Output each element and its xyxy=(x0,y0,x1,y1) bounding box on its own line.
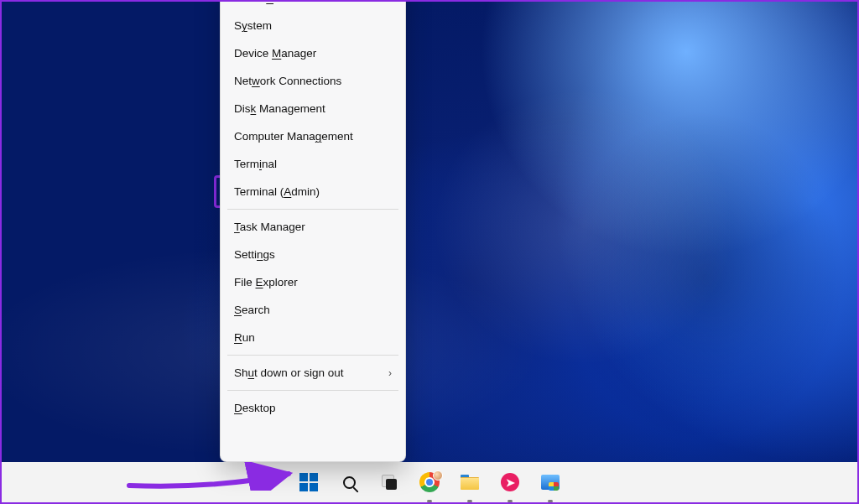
taskbar-task-view[interactable] xyxy=(372,465,406,499)
desktop-wallpaper xyxy=(2,2,857,502)
menu-item-label: Network Connections xyxy=(234,75,341,87)
menu-item-label: File Explorer xyxy=(234,276,298,288)
chevron-right-icon: › xyxy=(388,367,392,379)
menu-item-disk-management[interactable]: Disk Management xyxy=(224,95,402,122)
chrome-icon xyxy=(419,472,440,492)
menu-item-desktop[interactable]: Desktop xyxy=(224,394,402,422)
sharex-icon: ➤ xyxy=(501,473,519,491)
menu-item-task-manager[interactable]: Task Manager xyxy=(224,213,402,241)
menu-separator xyxy=(227,209,398,210)
menu-item-label: Computer Management xyxy=(234,130,353,143)
menu-item-label: Search xyxy=(234,304,270,316)
menu-item-device-manager[interactable]: Device Manager xyxy=(224,39,402,67)
running-indicator xyxy=(427,500,432,502)
winx-context-menu: Event ViewerSystemDevice ManagerNetwork … xyxy=(220,0,406,462)
start-icon xyxy=(299,473,318,491)
search-icon xyxy=(343,476,356,489)
menu-item-label: Shut down or sign out xyxy=(234,366,344,379)
taskbar: ➤ xyxy=(2,462,857,502)
menu-item-search[interactable]: Search xyxy=(224,296,402,324)
running-indicator xyxy=(467,500,472,502)
menu-item-label: Desktop xyxy=(234,402,276,414)
menu-item-network-connections[interactable]: Network Connections xyxy=(224,67,402,95)
profile-badge-icon xyxy=(433,470,443,481)
menu-item-settings[interactable]: Settings xyxy=(224,241,402,268)
menu-item-label: Settings xyxy=(234,248,275,261)
taskbar-sharex[interactable]: ➤ xyxy=(493,465,527,499)
menu-item-label: Terminal xyxy=(234,158,277,170)
running-indicator xyxy=(548,500,553,502)
menu-item-label: System xyxy=(234,19,272,32)
taskbar-search[interactable] xyxy=(332,465,366,499)
menu-item-terminal-admin[interactable]: Terminal (Admin) xyxy=(224,178,402,205)
menu-item-label: Disk Management xyxy=(234,102,325,115)
menu-item-terminal[interactable]: Terminal xyxy=(224,150,402,178)
taskbar-file-explorer[interactable] xyxy=(453,465,487,499)
menu-item-label: Run xyxy=(234,331,255,344)
menu-item-computer-management[interactable]: Computer Management xyxy=(224,122,402,150)
running-indicator xyxy=(508,500,513,502)
menu-separator xyxy=(227,355,398,356)
menu-item-event-viewer[interactable]: Event Viewer xyxy=(224,0,402,12)
task-view-icon xyxy=(382,475,397,490)
menu-item-label: Terminal (Admin) xyxy=(234,185,320,198)
menu-separator xyxy=(227,390,398,391)
menu-item-label: Device Manager xyxy=(234,47,316,60)
menu-item-run[interactable]: Run xyxy=(224,324,402,351)
control-panel-icon xyxy=(541,475,560,490)
taskbar-control-panel[interactable] xyxy=(534,465,567,499)
menu-item-shutdown-signout[interactable]: Shut down or sign out› xyxy=(224,359,402,387)
menu-item-file-explorer[interactable]: File Explorer xyxy=(224,268,402,296)
menu-item-label: Task Manager xyxy=(234,221,305,233)
taskbar-chrome[interactable] xyxy=(413,465,446,499)
menu-item-label: Event Viewer xyxy=(234,0,300,4)
menu-item-system[interactable]: System xyxy=(224,12,402,39)
file-explorer-icon xyxy=(461,475,479,490)
taskbar-start[interactable] xyxy=(292,465,325,499)
